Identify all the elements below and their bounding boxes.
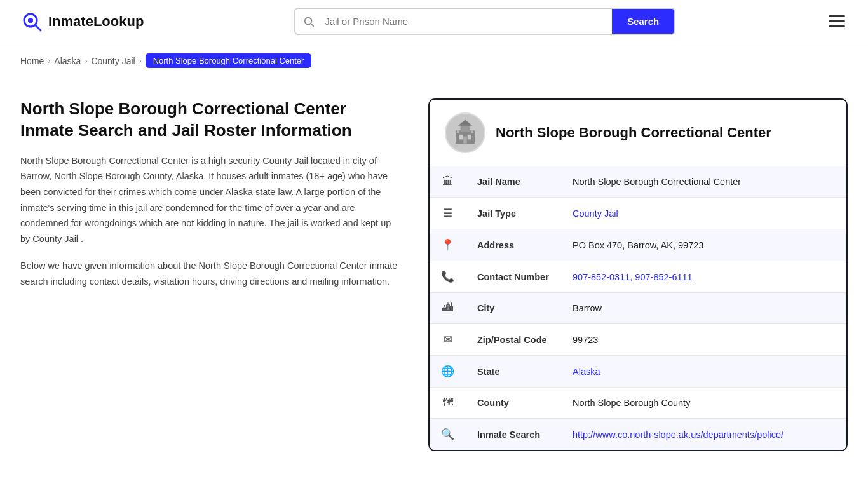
row-value[interactable]: Alaska xyxy=(561,356,846,388)
row-value: 99723 xyxy=(561,324,846,356)
row-icon: 🏛 xyxy=(430,166,466,198)
row-icon: 🌐 xyxy=(430,356,466,388)
page-desc-2: Below we have given information about th… xyxy=(20,258,403,289)
info-table: 🏛Jail NameNorth Slope Borough Correction… xyxy=(430,166,846,450)
row-label: State xyxy=(466,356,561,388)
table-row: 🏙CityBarrow xyxy=(430,293,846,324)
row-label: City xyxy=(466,293,561,324)
svg-rect-12 xyxy=(457,130,459,133)
breadcrumb-sep-3: › xyxy=(139,57,142,65)
row-icon: ☰ xyxy=(430,198,466,229)
logo-text: InmateLookup xyxy=(48,13,144,30)
row-link[interactable]: 907-852-0311, 907-852-6111 xyxy=(573,272,693,282)
left-content: North Slope Borough Correctional Center … xyxy=(20,98,403,301)
row-link[interactable]: County Jail xyxy=(573,208,618,219)
row-icon: 📍 xyxy=(430,229,466,261)
row-icon: 🔍 xyxy=(430,419,466,451)
row-label: Inmate Search xyxy=(466,419,561,451)
svg-point-2 xyxy=(28,18,33,23)
row-icon: 📞 xyxy=(430,261,466,293)
logo-icon xyxy=(20,10,43,33)
row-value: North Slope Borough Correctional Center xyxy=(561,166,846,198)
row-value: PO Box 470, Barrow, AK, 99723 xyxy=(561,229,846,261)
logo-secondary: Lookup xyxy=(93,13,144,29)
row-value[interactable]: http://www.co.north-slope.ak.us/departme… xyxy=(561,419,846,451)
table-row: 🌐StateAlaska xyxy=(430,356,846,388)
breadcrumb-alaska[interactable]: Alaska xyxy=(54,56,81,66)
row-icon: 🏙 xyxy=(430,293,466,324)
hamburger-line-3 xyxy=(829,25,845,27)
table-row: ✉Zip/Postal Code99723 xyxy=(430,324,846,356)
page-desc-1: North Slope Borough Correctional Center … xyxy=(20,153,403,247)
facility-image xyxy=(445,112,485,153)
table-row: 🗺CountyNorth Slope Borough County xyxy=(430,388,846,419)
header: InmateLookup Search xyxy=(0,0,868,43)
search-input[interactable] xyxy=(322,10,612,33)
row-label: County xyxy=(466,388,561,419)
svg-rect-11 xyxy=(463,137,467,144)
menu-button[interactable] xyxy=(826,13,848,30)
breadcrumb: Home › Alaska › County Jail › North Slop… xyxy=(0,43,868,73)
svg-rect-10 xyxy=(468,135,471,140)
row-label: Zip/Postal Code xyxy=(466,324,561,356)
breadcrumb-county-jail[interactable]: County Jail xyxy=(91,56,135,66)
svg-line-4 xyxy=(311,24,313,26)
row-value: North Slope Borough County xyxy=(561,388,846,419)
row-label: Address xyxy=(466,229,561,261)
logo-primary: Inmate xyxy=(48,13,93,29)
main-content: North Slope Borough Correctional Center … xyxy=(0,73,868,477)
breadcrumb-home[interactable]: Home xyxy=(20,56,44,66)
search-icon xyxy=(295,16,322,27)
table-row: ☰Jail TypeCounty Jail xyxy=(430,198,846,229)
row-label: Jail Type xyxy=(466,198,561,229)
row-value[interactable]: County Jail xyxy=(561,198,846,229)
row-value[interactable]: 907-852-0311, 907-852-6111 xyxy=(561,261,846,293)
row-link[interactable]: Alaska xyxy=(573,367,600,377)
hamburger-line-2 xyxy=(829,20,845,22)
breadcrumb-sep-1: › xyxy=(48,57,50,65)
hamburger-line-1 xyxy=(829,15,845,17)
row-icon: ✉ xyxy=(430,324,466,356)
row-value: Barrow xyxy=(561,293,846,324)
svg-rect-9 xyxy=(459,135,463,140)
card-header: North Slope Borough Correctional Center xyxy=(430,100,846,166)
search-bar: Search xyxy=(294,8,675,35)
breadcrumb-current: North Slope Borough Correctional Center xyxy=(146,53,312,68)
card-title: North Slope Borough Correctional Center xyxy=(496,125,771,141)
table-row: 🏛Jail NameNorth Slope Borough Correction… xyxy=(430,166,846,198)
table-row: 🔍Inmate Searchhttp://www.co.north-slope.… xyxy=(430,419,846,451)
svg-line-1 xyxy=(35,25,41,30)
svg-rect-13 xyxy=(471,130,473,133)
row-label: Jail Name xyxy=(466,166,561,198)
row-icon: 🗺 xyxy=(430,388,466,419)
row-label: Contact Number xyxy=(466,261,561,293)
logo[interactable]: InmateLookup xyxy=(20,10,144,33)
breadcrumb-sep-2: › xyxy=(85,57,87,65)
page-title: North Slope Borough Correctional Center … xyxy=(20,98,403,142)
search-button[interactable]: Search xyxy=(612,9,674,34)
table-row: 📞Contact Number907-852-0311, 907-852-611… xyxy=(430,261,846,293)
row-link[interactable]: http://www.co.north-slope.ak.us/departme… xyxy=(573,430,783,440)
info-card: North Slope Borough Correctional Center … xyxy=(428,98,848,451)
table-row: 📍AddressPO Box 470, Barrow, AK, 99723 xyxy=(430,229,846,261)
